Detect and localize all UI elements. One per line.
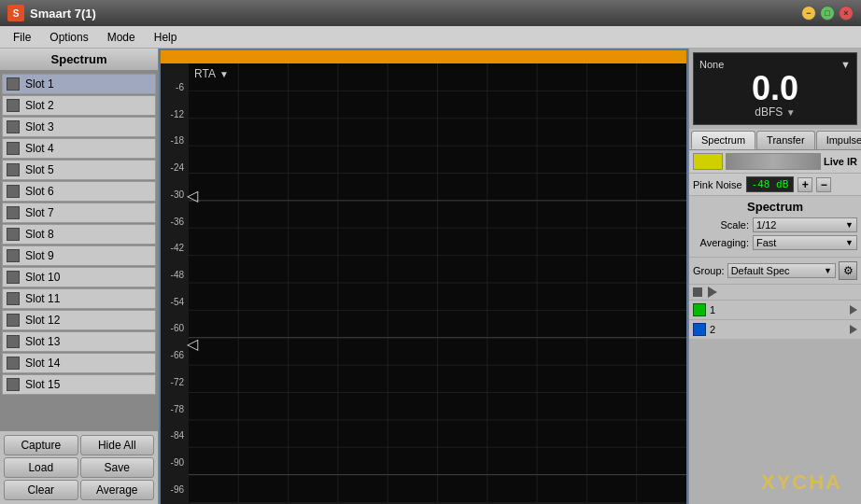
slot-checkbox-2	[7, 99, 20, 112]
window-controls: − □ ×	[801, 6, 854, 21]
slot-item-10[interactable]: Slot 10	[2, 267, 156, 287]
slot-item-12[interactable]: Slot 12	[2, 310, 156, 330]
play-button[interactable]	[708, 287, 717, 298]
graph-main: RTA ▼	[189, 63, 686, 502]
slot-checkbox-7	[7, 206, 20, 219]
save-button[interactable]: Save	[80, 457, 155, 478]
capture-button[interactable]: Capture	[4, 435, 78, 455]
signal-row: Live IR	[689, 150, 861, 174]
slot-item-5[interactable]: Slot 5	[2, 160, 156, 180]
slot-2-play-button[interactable]	[850, 325, 857, 334]
slot-item-15[interactable]: Slot 15	[2, 374, 156, 395]
slot-label-1: Slot 1	[25, 77, 54, 91]
menu-help[interactable]: Help	[145, 29, 187, 46]
spectrum-section: Spectrum Scale: 1/12 ▼ Averaging: Fast ▼	[689, 196, 861, 257]
slot-label-2: Slot 2	[25, 99, 54, 112]
slot-item-11[interactable]: Slot 11	[2, 288, 156, 309]
menu-options[interactable]: Options	[40, 29, 97, 46]
slot-1-play-button[interactable]	[850, 305, 857, 315]
slot-2-color	[693, 323, 706, 336]
slot-checkbox-1	[7, 77, 20, 91]
signal-slot-1: 1	[689, 300, 861, 319]
stop-button[interactable]	[693, 287, 702, 297]
slot-list[interactable]: Slot 1 Slot 2 Slot 3 Slot 4 Slot 5 Slot …	[0, 71, 158, 431]
device-name: None	[699, 59, 724, 70]
averaging-row: Averaging: Fast ▼	[693, 235, 857, 250]
pink-noise-row: Pink Noise -48 dB + −	[689, 174, 861, 196]
slot-label-12: Slot 12	[25, 314, 60, 327]
y-axis-label: -12	[161, 109, 187, 119]
window-title: Smaart 7(1)	[30, 7, 96, 21]
left-arrow-top: ◁	[187, 187, 198, 204]
menu-file[interactable]: File	[4, 29, 40, 46]
slot-item-4[interactable]: Slot 4	[2, 138, 156, 159]
gear-button[interactable]: ⚙	[839, 261, 857, 280]
maximize-button[interactable]: □	[820, 6, 835, 21]
slot-item-2[interactable]: Slot 2	[2, 95, 156, 116]
slot-item-7[interactable]: Slot 7	[2, 203, 156, 223]
slot-checkbox-4	[7, 142, 20, 155]
averaging-dropdown-arrow: ▼	[845, 238, 854, 247]
tab-transfer[interactable]: Transfer	[756, 131, 815, 149]
group-value: Default Spec	[731, 265, 790, 276]
slot-checkbox-12	[7, 314, 20, 327]
slot-label-14: Slot 14	[25, 357, 60, 370]
slot-checkbox-13	[7, 335, 20, 348]
graph-area: -6-12-18-24-30-36-42-48-54-60-66-72-78-8…	[161, 63, 686, 502]
slot-item-13[interactable]: Slot 13	[2, 331, 156, 352]
y-axis: -6-12-18-24-30-36-42-48-54-60-66-72-78-8…	[161, 63, 189, 502]
tab-impulse[interactable]: Impulse	[816, 131, 861, 149]
slot-checkbox-11	[7, 292, 20, 305]
slot-item-1[interactable]: Slot 1	[2, 74, 156, 94]
slot-item-14[interactable]: Slot 14	[2, 353, 156, 373]
slot-label-4: Slot 4	[25, 142, 54, 155]
load-button[interactable]: Load	[4, 457, 78, 478]
signal-box-yellow	[693, 153, 723, 170]
slot-label-15: Slot 15	[25, 378, 60, 391]
slot-item-3[interactable]: Slot 3	[2, 117, 156, 137]
signal-box-white	[726, 153, 821, 170]
slot-item-8[interactable]: Slot 8	[2, 224, 156, 245]
group-select[interactable]: Default Spec ▼	[727, 263, 836, 278]
slot-checkbox-9	[7, 249, 20, 262]
slot-label-6: Slot 6	[25, 185, 54, 198]
device-dropdown-arrow[interactable]: ▼	[840, 59, 851, 70]
group-label: Group:	[693, 265, 725, 276]
level-value: 0.0	[699, 72, 851, 105]
group-dropdown-arrow: ▼	[824, 266, 832, 275]
y-axis-label: -78	[161, 404, 187, 414]
y-axis-label: -24	[161, 162, 187, 173]
tab-spectrum[interactable]: Spectrum	[691, 131, 755, 149]
slot-checkbox-8	[7, 228, 20, 241]
slot-checkbox-10	[7, 271, 20, 284]
minimize-button[interactable]: −	[801, 6, 816, 21]
scale-dropdown-arrow: ▼	[845, 220, 854, 230]
slot-checkbox-5	[7, 163, 20, 176]
scale-select[interactable]: 1/12 ▼	[753, 217, 857, 232]
slot-label-13: Slot 13	[25, 335, 60, 348]
level-meter: None ▼ 0.0 dBFS ▼	[693, 52, 857, 125]
slot-item-9[interactable]: Slot 9	[2, 245, 156, 266]
plus-button[interactable]: +	[797, 177, 812, 192]
slot-label-3: Slot 3	[25, 120, 54, 133]
signal-slot-2: 2	[689, 319, 861, 339]
slot-item-6[interactable]: Slot 6	[2, 181, 156, 202]
orange-bar	[161, 50, 686, 63]
left-arrow-bottom: ◁	[187, 335, 198, 353]
minus-button[interactable]: −	[816, 177, 831, 192]
group-row: Group: Default Spec ▼ ⚙	[689, 257, 861, 284]
clear-button[interactable]: Clear	[4, 480, 78, 500]
pink-noise-label: Pink Noise	[693, 179, 742, 190]
y-axis-label: -96	[161, 484, 187, 495]
level-unit-arrow[interactable]: ▼	[786, 107, 796, 118]
averaging-select[interactable]: Fast ▼	[753, 235, 857, 250]
y-axis-label: -42	[161, 243, 187, 253]
average-button[interactable]: Average	[80, 480, 155, 500]
close-button[interactable]: ×	[839, 6, 854, 21]
menu-mode[interactable]: Mode	[98, 29, 145, 46]
hide-all-button[interactable]: Hide All	[80, 435, 155, 455]
tab-row: Spectrum Transfer Impulse	[689, 129, 861, 150]
averaging-label: Averaging:	[693, 237, 749, 248]
live-ir-label[interactable]: Live IR	[824, 156, 857, 167]
title-bar: S Smaart 7(1) − □ ×	[0, 0, 861, 26]
